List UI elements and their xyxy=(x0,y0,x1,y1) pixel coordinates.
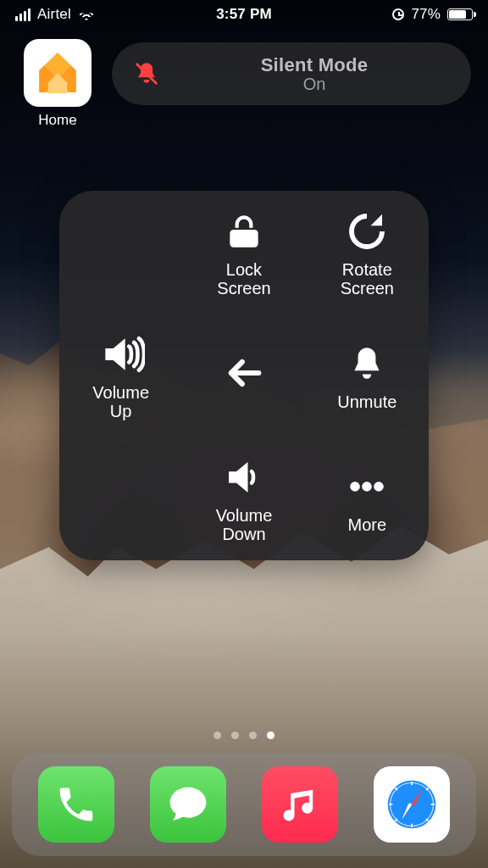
page-dot[interactable] xyxy=(267,732,274,739)
volume-up-label: Volume Up xyxy=(92,383,149,420)
assistive-touch-panel[interactable]: Lock Screen Rotate Screen Volume Up Unmu… xyxy=(59,191,429,560)
page-dot[interactable] xyxy=(231,732,239,739)
volume-up-icon xyxy=(97,331,145,378)
banner-title: Silent Mode xyxy=(261,54,369,76)
volume-down-button[interactable]: Volume Down xyxy=(182,437,305,560)
phone-icon xyxy=(54,782,98,826)
signal-bars-icon xyxy=(15,8,30,21)
banner-state: On xyxy=(303,75,326,94)
clock-label: 3:57 PM xyxy=(216,6,272,23)
carrier-label: Airtel xyxy=(37,6,71,23)
page-indicator[interactable] xyxy=(0,732,488,739)
svg-point-1 xyxy=(362,481,372,492)
music-icon xyxy=(278,782,322,826)
more-label: More xyxy=(348,515,387,534)
alarm-icon xyxy=(392,8,404,20)
svg-point-2 xyxy=(374,481,384,492)
app-home[interactable]: Home xyxy=(17,39,98,129)
battery-percent-label: 77% xyxy=(411,6,441,23)
volume-down-label: Volume Down xyxy=(216,506,273,543)
status-bar: Airtel 3:57 PM 77% xyxy=(0,0,488,29)
battery-icon xyxy=(447,8,473,20)
rotate-icon xyxy=(343,208,391,255)
home-app-icon xyxy=(24,39,92,107)
back-button[interactable] xyxy=(182,314,305,437)
dock-messages-app[interactable] xyxy=(150,766,226,843)
rotate-screen-button[interactable]: Rotate Screen xyxy=(306,191,429,314)
bell-icon xyxy=(343,340,391,387)
arrow-left-icon xyxy=(220,349,268,397)
dock-phone-app[interactable] xyxy=(38,766,114,843)
lock-icon xyxy=(220,208,268,255)
page-dot[interactable] xyxy=(249,732,257,739)
lock-screen-label: Lock Screen xyxy=(217,260,270,298)
unmute-label: Unmute xyxy=(337,392,396,411)
app-label: Home xyxy=(38,112,76,129)
dock xyxy=(12,753,476,856)
more-button[interactable]: More xyxy=(306,437,429,560)
volume-up-button[interactable]: Volume Up xyxy=(59,314,182,437)
dock-music-app[interactable] xyxy=(262,766,338,843)
svg-point-0 xyxy=(350,481,360,492)
unmute-button[interactable]: Unmute xyxy=(306,314,429,437)
silent-mode-banner: Silent Mode On xyxy=(112,42,471,105)
page-dot[interactable] xyxy=(214,732,221,739)
rotate-screen-label: Rotate Screen xyxy=(341,260,394,298)
dock-safari-app[interactable] xyxy=(374,766,450,843)
safari-icon xyxy=(383,776,441,833)
bell-slash-icon xyxy=(132,59,161,88)
volume-down-icon xyxy=(220,453,268,501)
wifi-icon xyxy=(78,8,95,20)
messages-icon xyxy=(165,782,211,827)
lock-screen-button[interactable]: Lock Screen xyxy=(182,191,305,314)
more-icon xyxy=(343,463,391,510)
